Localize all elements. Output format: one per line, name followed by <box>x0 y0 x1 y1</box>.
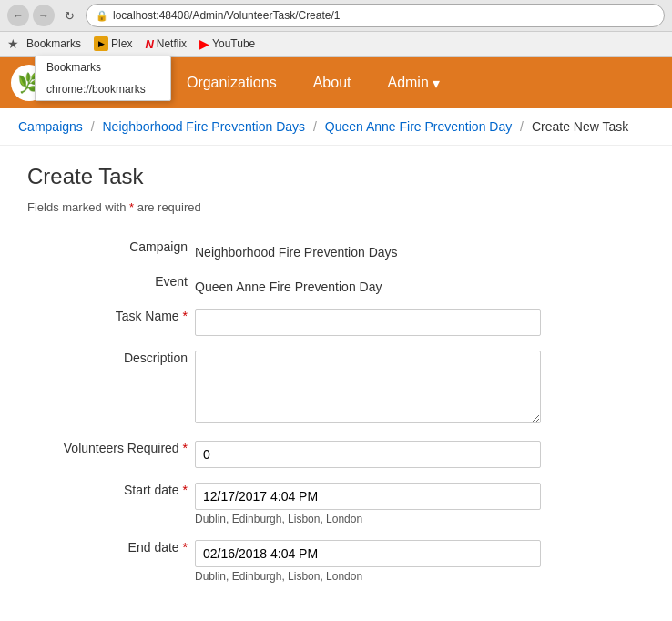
event-value: Queen Anne Fire Prevention Day <box>195 274 382 294</box>
plex-label: Plex <box>111 37 132 50</box>
event-label: Event <box>27 267 191 301</box>
task-name-required-star: * <box>183 309 188 323</box>
required-note-suffix: are required <box>134 200 201 214</box>
netflix-icon: N <box>145 37 153 51</box>
campaign-value: Neighborhood Fire Prevention Days <box>195 239 398 260</box>
end-date-required-star: * <box>183 540 188 555</box>
end-date-input[interactable] <box>195 540 541 567</box>
forward-button[interactable]: → <box>33 5 55 26</box>
start-date-required-star: * <box>183 483 188 497</box>
youtube-label: YouTube <box>212 37 255 50</box>
description-label-cell: Description <box>27 343 191 433</box>
start-date-input[interactable] <box>195 483 541 510</box>
start-date-timezone: Dublin, Edinburgh, Lisbon, London <box>195 513 641 525</box>
plex-icon <box>94 36 108 51</box>
end-date-label: End date <box>128 540 179 555</box>
description-label: Description <box>124 351 188 365</box>
nav-organizations[interactable]: Organizations <box>168 58 295 107</box>
volunteers-input-cell <box>191 433 645 475</box>
bookmark-star-icon[interactable]: ★ <box>7 36 19 51</box>
task-name-input[interactable] <box>195 309 541 336</box>
bookmarks-dropdown-item-1[interactable]: Bookmarks <box>36 56 170 78</box>
event-value-cell: Queen Anne Fire Prevention Day <box>191 267 645 301</box>
volunteers-required-star: * <box>183 441 188 455</box>
start-date-row: Start date * Dublin, Edinburgh, Lisbon, … <box>27 475 645 533</box>
bookmarks-bar: ★ Bookmarks Bookmarks chrome://bookmarks… <box>0 32 672 56</box>
end-date-label-cell: End date * <box>27 533 191 590</box>
netflix-label: Netflix <box>157 37 187 50</box>
browser-chrome: ← → ↻ 🔒 localhost:48408/Admin/VolunteerT… <box>0 0 672 57</box>
page-title: Create Task <box>27 164 645 189</box>
required-note-prefix: Fields marked with <box>27 200 129 214</box>
end-date-input-cell: Dublin, Edinburgh, Lisbon, London <box>191 533 645 590</box>
lock-icon: 🔒 <box>96 10 108 22</box>
breadcrumb-event-name[interactable]: Queen Anne Fire Prevention Day <box>325 119 512 134</box>
breadcrumb-current: Create New Task <box>532 119 628 134</box>
description-row: Description <box>27 343 645 433</box>
volunteers-input[interactable] <box>195 441 541 468</box>
breadcrumb: Campaigns / Neighborhood Fire Prevention… <box>0 108 672 146</box>
bookmarks-dropdown: Bookmarks chrome://bookmarks <box>35 56 171 101</box>
task-name-row: Task Name * <box>27 301 645 343</box>
volunteers-label: Volunteers Required <box>64 441 179 455</box>
volunteers-label-cell: Volunteers Required * <box>27 433 191 475</box>
campaign-row: Campaign Neighborhood Fire Prevention Da… <box>27 232 645 267</box>
required-note: Fields marked with * are required <box>27 200 645 214</box>
bookmarks-folder[interactable]: Bookmarks <box>21 36 87 52</box>
task-name-input-cell <box>191 301 645 343</box>
youtube-bookmark[interactable]: ▶ YouTube <box>194 35 260 53</box>
main-content: Create Task Fields marked with * are req… <box>0 146 672 608</box>
bookmarks-dropdown-item-2[interactable]: chrome://bookmarks <box>36 78 170 100</box>
back-button[interactable]: ← <box>7 5 29 26</box>
nav-buttons: ← → ↻ <box>7 5 80 26</box>
nav-about[interactable]: About <box>295 58 370 107</box>
description-input-cell <box>191 343 645 433</box>
address-bar[interactable]: 🔒 localhost:48408/Admin/VolunteerTask/Cr… <box>86 4 665 27</box>
start-date-input-cell: Dublin, Edinburgh, Lisbon, London <box>191 475 645 533</box>
nav-admin[interactable]: Admin ▾ <box>369 58 457 108</box>
create-task-form: Campaign Neighborhood Fire Prevention Da… <box>27 232 645 590</box>
campaign-label: Campaign <box>27 232 191 267</box>
event-row: Event Queen Anne Fire Prevention Day <box>27 267 645 301</box>
netflix-bookmark[interactable]: N Netflix <box>139 36 192 53</box>
campaign-value-cell: Neighborhood Fire Prevention Days <box>191 232 645 267</box>
plex-bookmark[interactable]: Plex <box>88 35 137 53</box>
youtube-icon: ▶ <box>199 36 209 51</box>
task-name-label: Task Name <box>116 309 179 323</box>
description-textarea[interactable] <box>195 351 541 423</box>
browser-toolbar: ← → ↻ 🔒 localhost:48408/Admin/VolunteerT… <box>0 0 672 32</box>
admin-caret-icon: ▾ <box>433 75 440 92</box>
task-name-label-cell: Task Name * <box>27 301 191 343</box>
end-date-timezone: Dublin, Edinburgh, Lisbon, London <box>195 570 641 583</box>
breadcrumb-sep-2: / <box>313 119 317 134</box>
start-date-label-cell: Start date * <box>27 475 191 533</box>
breadcrumb-sep-1: / <box>91 119 95 134</box>
breadcrumb-sep-3: / <box>520 119 524 134</box>
refresh-button[interactable]: ↻ <box>58 5 80 26</box>
bookmarks-label: Bookmarks <box>26 37 81 50</box>
url-text: localhost:48408/Admin/VolunteerTask/Crea… <box>113 9 341 22</box>
nav-admin-label: Admin <box>387 75 428 91</box>
breadcrumb-campaign-name[interactable]: Neighborhood Fire Prevention Days <box>103 119 306 134</box>
volunteers-row: Volunteers Required * <box>27 433 645 475</box>
start-date-label: Start date <box>124 483 179 497</box>
breadcrumb-campaigns[interactable]: Campaigns <box>18 119 83 134</box>
end-date-row: End date * Dublin, Edinburgh, Lisbon, Lo… <box>27 533 645 590</box>
